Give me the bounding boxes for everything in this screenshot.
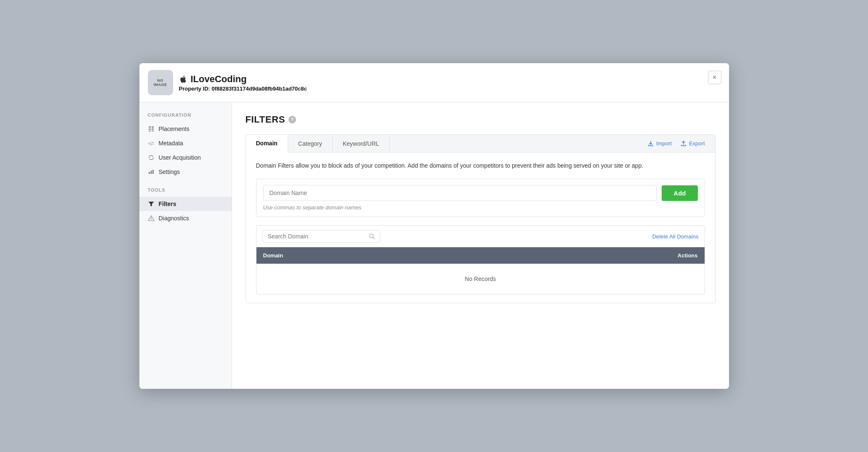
modal-header: NO IMAGE ILoveCoding Property ID: 0f8828… (139, 63, 729, 102)
tab-keyword-url[interactable]: Keyword/URL (333, 135, 390, 152)
filter-icon (148, 201, 155, 207)
sidebar-item-user-acquisition[interactable]: User Acquisition (139, 150, 232, 165)
tab-category[interactable]: Category (288, 135, 333, 152)
tabs-wrapper: Domain Category Keyword/URL Import (246, 134, 716, 303)
apple-icon (179, 75, 187, 83)
property-id: Property ID: 0f88283f31174d9da08fb94b1ad… (179, 86, 307, 92)
sidebar-item-metadata[interactable]: </> Metadata (139, 136, 232, 150)
delete-all-domains-button[interactable]: Delete All Domains (652, 233, 699, 240)
table-header: Domain Actions (256, 247, 705, 264)
sidebar-item-label: Settings (159, 168, 180, 175)
svg-rect-5 (152, 131, 154, 131)
configuration-section-label: CONFIGURATION (139, 112, 232, 122)
bar-chart-icon (148, 168, 155, 175)
sidebar-item-label: Placements (159, 126, 190, 132)
import-icon (647, 140, 654, 147)
page-title: FILTERS (246, 114, 286, 125)
tab-actions: Import Export (644, 139, 715, 149)
table-icon (148, 126, 155, 132)
domain-list-area: Delete All Domains Domain Actions No Rec… (256, 225, 705, 294)
sidebar-item-label: User Acquisition (159, 154, 201, 161)
import-button[interactable]: Import (644, 139, 675, 149)
page-title-row: FILTERS ? (246, 114, 716, 125)
sidebar-item-label: Filters (159, 201, 176, 207)
domain-table: Domain Actions No Records (256, 247, 705, 294)
svg-rect-8 (150, 171, 152, 174)
app-logo: NO IMAGE (148, 70, 173, 95)
sidebar-item-label: Metadata (159, 140, 183, 147)
sidebar-item-placements[interactable]: Placements (139, 122, 232, 136)
svg-point-13 (151, 219, 151, 220)
domain-input-area: Add Use commas to separate domain names (256, 179, 705, 217)
tab-content-domain: Domain Filters allow you to block ads of… (246, 152, 715, 303)
diagnostics-icon (148, 215, 155, 222)
svg-text:</>: </> (148, 141, 154, 146)
add-domain-button[interactable]: Add (662, 185, 697, 201)
sidebar-item-diagnostics[interactable]: Diagnostics (139, 211, 232, 225)
svg-rect-3 (152, 128, 154, 130)
tools-section: TOOLS Filters (139, 187, 232, 225)
export-icon (680, 140, 687, 147)
search-domain-input[interactable] (268, 233, 366, 240)
export-button[interactable]: Export (677, 139, 708, 149)
no-records-text: No Records (465, 275, 496, 282)
modal-container: NO IMAGE ILoveCoding Property ID: 0f8828… (139, 63, 729, 389)
sidebar-item-filters[interactable]: Filters (139, 197, 232, 211)
main-content: FILTERS ? Domain Category Keyword/URL (232, 102, 729, 389)
svg-marker-10 (149, 202, 154, 206)
refresh-icon (148, 154, 155, 161)
domain-hint: Use commas to separate domain names (263, 204, 698, 211)
sidebar-item-label: Diagnostics (159, 215, 189, 222)
sidebar-item-settings[interactable]: Settings (139, 165, 232, 179)
svg-line-15 (373, 238, 374, 239)
code-icon: </> (148, 140, 155, 147)
svg-rect-1 (152, 126, 154, 128)
help-icon: ? (288, 116, 296, 123)
tools-section-label: TOOLS (139, 187, 232, 197)
column-header-domain: Domain (263, 252, 656, 259)
search-input-wrapper (262, 230, 380, 243)
app-info: ILoveCoding Property ID: 0f88283f31174d9… (179, 74, 307, 92)
svg-rect-2 (149, 128, 151, 130)
svg-rect-9 (152, 170, 154, 174)
column-header-actions: Actions (656, 252, 698, 259)
svg-rect-4 (149, 131, 151, 131)
search-icon (369, 233, 375, 239)
svg-rect-0 (149, 126, 151, 128)
svg-rect-7 (149, 172, 150, 174)
domain-search-row: Delete All Domains (256, 226, 705, 247)
close-button[interactable]: × (708, 71, 721, 84)
domain-input-row: Add (263, 185, 698, 201)
sidebar: CONFIGURATION Placements (139, 102, 232, 389)
modal-body: CONFIGURATION Placements (139, 102, 729, 389)
table-body: No Records (256, 264, 705, 294)
domain-name-input[interactable] (263, 185, 657, 201)
filter-description: Domain Filters allow you to block ads of… (256, 161, 705, 170)
tabs-header: Domain Category Keyword/URL Import (246, 135, 715, 152)
tab-domain[interactable]: Domain (246, 135, 288, 152)
app-name: ILoveCoding (179, 74, 307, 85)
